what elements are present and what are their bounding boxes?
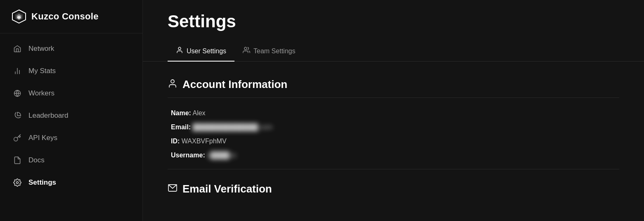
email-verification-header: Email Verification (168, 183, 619, 195)
account-id-value: WAXBVFphMV (182, 138, 227, 145)
account-name-row: Name: Alex (171, 109, 619, 117)
sidebar-item-docs[interactable]: Docs (0, 149, 142, 171)
account-name-label: Name: (171, 109, 191, 116)
sidebar-item-api-keys[interactable]: API Keys (0, 127, 142, 149)
sidebar-item-docs-label: Docs (28, 156, 45, 164)
sidebar-item-settings-label: Settings (28, 178, 56, 187)
bar-chart-icon (13, 67, 22, 76)
account-email-row: Email: ██████████████.com (171, 124, 619, 131)
account-info-section: Account Information Name: Alex Email: ██… (168, 78, 619, 169)
team-settings-tab-icon (243, 46, 250, 56)
svg-point-11 (244, 47, 247, 50)
main-content-area: Settings User Settings (143, 0, 644, 221)
sidebar-nav: Network My Stats Workers (0, 33, 142, 198)
account-name-value: Alex (192, 109, 205, 116)
account-email-value: ██████████████.com (192, 124, 272, 131)
user-settings-tab-icon (176, 46, 183, 56)
pie-chart-icon (13, 111, 22, 120)
tabs-bar: User Settings Team Settings (168, 41, 619, 61)
account-icon (168, 78, 178, 91)
main-header: Settings User Settings (143, 0, 644, 62)
sidebar-item-network-label: Network (28, 45, 54, 53)
account-info-header: Account Information (168, 78, 619, 98)
tab-team-settings-label: Team Settings (253, 48, 295, 55)
svg-point-12 (171, 80, 174, 83)
sidebar-item-workers-label: Workers (28, 89, 54, 97)
tab-user-settings-label: User Settings (187, 48, 226, 55)
account-username-value: a████os (207, 152, 236, 159)
account-email-label: Email: (171, 124, 191, 131)
sidebar-item-my-stats[interactable]: My Stats (0, 60, 142, 82)
svg-point-10 (178, 47, 181, 50)
sidebar-item-workers[interactable]: Workers (0, 82, 142, 105)
account-info-grid: Name: Alex Email: ██████████████.com ID:… (168, 109, 619, 169)
sidebar-item-leaderboard-label: Leaderboard (28, 112, 68, 120)
account-id-row: ID: WAXBVFphMV (171, 138, 619, 145)
settings-content: Account Information Name: Alex Email: ██… (143, 62, 644, 212)
page-title: Settings (168, 12, 619, 31)
sidebar-item-leaderboard[interactable]: Leaderboard (0, 105, 142, 127)
logo-area: Kuzco Console (0, 0, 142, 33)
file-icon (13, 156, 22, 165)
account-username-label: Username: (171, 152, 205, 159)
sidebar-item-network[interactable]: Network (0, 38, 142, 60)
logo-text: Kuzco Console (31, 11, 99, 22)
email-verification-title: Email Verification (182, 183, 272, 195)
sidebar: Kuzco Console Network My Stats (0, 0, 143, 221)
email-icon (168, 183, 178, 195)
account-id-label: ID: (171, 138, 180, 145)
tab-team-settings[interactable]: Team Settings (234, 41, 303, 62)
sidebar-item-my-stats-label: My Stats (28, 67, 56, 75)
kuzco-logo-icon (12, 9, 26, 24)
gear-icon (13, 178, 22, 187)
account-info-title: Account Information (182, 78, 287, 91)
sidebar-item-api-keys-label: API Keys (28, 134, 57, 142)
globe-icon (13, 89, 22, 98)
sidebar-item-settings[interactable]: Settings (0, 171, 142, 194)
home-icon (13, 44, 22, 53)
account-username-row: Username: a████os (171, 152, 619, 159)
tab-user-settings[interactable]: User Settings (168, 41, 234, 62)
key-icon (13, 133, 22, 143)
svg-point-9 (17, 182, 19, 184)
